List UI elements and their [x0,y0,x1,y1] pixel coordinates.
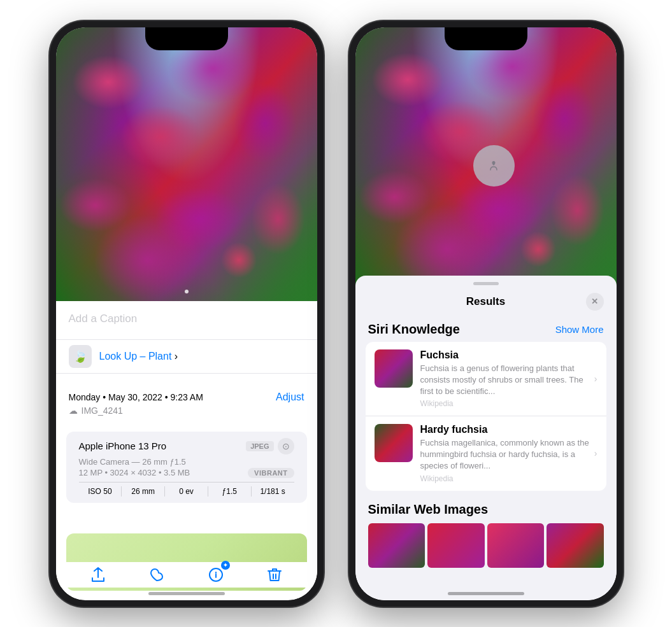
hardy-chevron: › [594,448,597,458]
vibrant-badge: VIBRANT [248,468,294,478]
hardy-thumbnail [375,424,413,462]
filename: IMG_4241 [82,405,123,416]
close-button[interactable]: ✕ [586,293,604,311]
results-title: Results [386,295,586,308]
results-panel: Results ✕ Siri Knowledge Show More [355,276,617,600]
photo-indicator [185,290,189,293]
toolbar: ✦ [56,562,317,588]
exif-shutter: 1/181 s [252,487,294,496]
jpeg-badge: JPEG [246,441,273,451]
cloud-icon: ☁ [69,405,78,416]
delete-button[interactable] [262,562,287,588]
hardy-source: Wikipedia [420,474,597,483]
similar-images [368,523,604,568]
siri-icon: 🍃 [69,345,92,368]
favorite-button[interactable] [144,562,169,588]
fuchsia-content: Fuchsia Fuchsia is a genus of flowering … [420,349,597,409]
device-section: Apple iPhone 13 Pro JPEG ⊙ Wide Camera —… [66,432,307,503]
hardy-desc: Fuchsia magellanica, commonly known as t… [420,437,597,472]
photo-display-2 [355,27,617,288]
hardy-name: Hardy fuchsia [420,424,597,435]
home-bar-2 [448,592,524,595]
camera-info: Wide Camera — 26 mm ƒ1.5 [79,457,294,467]
show-more-button[interactable]: Show More [555,324,604,335]
caption-area[interactable]: Add a Caption [56,301,317,333]
notch [145,27,228,50]
phone-1: Add a Caption 🍃 Look Up – Plant › Monday… [50,21,324,607]
similar-image-2[interactable] [427,523,485,568]
adjust-button[interactable]: Adjust [276,391,304,403]
knowledge-card: Fuchsia Fuchsia is a genus of flowering … [366,342,606,491]
notch-2 [445,27,527,50]
results-header: Results ✕ [355,285,617,316]
similar-image-1[interactable] [368,523,425,568]
lookup-row[interactable]: 🍃 Look Up – Plant › [56,339,317,374]
fuchsia-desc: Fuchsia is a genus of flowering plants t… [420,363,597,398]
home-bar [148,592,225,595]
photo-display[interactable] [56,27,317,301]
exif-aperture: ƒ1.5 [208,487,251,496]
similar-image-3[interactable] [487,523,545,568]
fuchsia-source: Wikipedia [420,399,597,408]
knowledge-item-hardy[interactable]: Hardy fuchsia Fuchsia magellanica, commo… [366,416,606,491]
caption-placeholder[interactable]: Add a Caption [69,313,138,325]
lookup-text: Look Up – Plant › [99,351,178,362]
photo-date: Monday • May 30, 2022 • 9:23 AM [69,392,203,402]
similar-title: Similar Web Images [368,502,604,517]
exif-iso: ISO 50 [79,487,122,496]
info-badge: ✦ [221,561,230,570]
fuchsia-chevron: › [594,374,597,384]
siri-knowledge-header: Siri Knowledge Show More [355,316,617,342]
similar-image-4[interactable] [547,523,604,568]
mp-info: 12 MP • 3024 × 4032 • 3.5 MB [79,468,190,477]
exif-mm: 26 mm [122,487,164,496]
hardy-content: Hardy fuchsia Fuchsia magellanica, commo… [420,424,597,483]
phone-2: Results ✕ Siri Knowledge Show More [349,21,623,607]
lookup-subject: Plant [145,351,171,362]
siri-knowledge-title: Siri Knowledge [368,322,460,337]
fuchsia-name: Fuchsia [420,349,597,361]
info-button[interactable]: ✦ [203,562,229,588]
fuchsia-thumbnail [375,349,413,388]
location-icon: ⊙ [278,438,294,454]
exif-ev: 0 ev [165,487,208,496]
share-button[interactable] [85,562,111,588]
knowledge-item-fuchsia[interactable]: Fuchsia Fuchsia is a genus of flowering … [366,342,606,416]
device-name: Apple iPhone 13 Pro [79,440,167,451]
meta-section: Monday • May 30, 2022 • 9:23 AM Adjust ☁… [56,383,317,425]
similar-section: Similar Web Images [355,496,617,573]
exif-row: ISO 50 26 mm 0 ev ƒ1.5 1/181 s [79,482,294,497]
siri-lookup-button[interactable] [473,145,515,187]
